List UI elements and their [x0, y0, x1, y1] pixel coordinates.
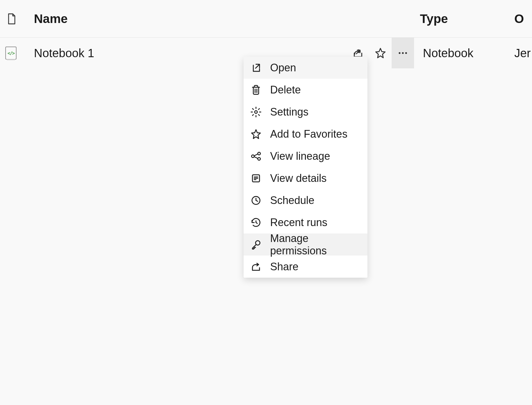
menu-label-share: Share [270, 261, 298, 273]
menu-item-share[interactable]: Share [244, 256, 367, 278]
context-menu: Open Delete Settings Add to Favorites [244, 57, 367, 278]
column-header-type[interactable]: Type [414, 12, 514, 26]
svg-point-4 [252, 155, 254, 157]
clock-icon [250, 195, 262, 206]
menu-label-lineage: View lineage [270, 150, 330, 162]
menu-label-favorites: Add to Favorites [270, 128, 347, 140]
column-header-name[interactable]: Name [34, 12, 414, 26]
svg-point-0 [399, 52, 400, 54]
menu-item-recent-runs[interactable]: Recent runs [244, 211, 367, 233]
history-icon [250, 217, 262, 228]
menu-label-details: View details [270, 172, 326, 185]
svg-point-2 [405, 52, 407, 54]
menu-label-recent-runs: Recent runs [270, 216, 327, 229]
svg-point-1 [402, 52, 404, 54]
menu-item-permissions[interactable]: Manage permissions [244, 233, 367, 256]
menu-item-schedule[interactable]: Schedule [244, 189, 367, 211]
menu-label-permissions: Manage permissions [270, 232, 361, 257]
star-icon [375, 47, 386, 59]
document-icon [6, 13, 17, 25]
menu-item-settings[interactable]: Settings [244, 101, 367, 123]
menu-label-schedule: Schedule [270, 194, 314, 207]
favorite-button[interactable] [369, 38, 392, 68]
menu-item-open[interactable]: Open [244, 57, 367, 79]
share-icon [250, 261, 262, 273]
menu-label-delete: Delete [270, 84, 301, 96]
key-icon [250, 239, 262, 251]
trash-icon [250, 84, 262, 96]
menu-item-delete[interactable]: Delete [244, 79, 367, 101]
svg-point-6 [258, 157, 260, 160]
menu-item-details[interactable]: View details [244, 167, 367, 189]
row-icon-column [0, 47, 34, 60]
column-header-owner[interactable]: O [514, 12, 532, 26]
row-type: Notebook [414, 47, 514, 60]
row-owner: Jer [514, 47, 532, 60]
svg-point-5 [258, 152, 260, 155]
menu-label-open: Open [270, 62, 296, 74]
header-icon-column [0, 13, 34, 25]
menu-item-lineage[interactable]: View lineage [244, 145, 367, 167]
menu-item-favorites[interactable]: Add to Favorites [244, 123, 367, 145]
lineage-icon [250, 150, 262, 162]
menu-label-settings: Settings [270, 106, 308, 118]
gear-icon [250, 106, 262, 118]
ellipsis-icon [398, 52, 407, 54]
svg-point-3 [255, 111, 257, 113]
notebook-icon [5, 47, 17, 60]
more-options-button[interactable] [392, 38, 414, 68]
table-header: Name Type O [0, 0, 532, 38]
open-external-icon [250, 62, 262, 74]
details-icon [250, 172, 262, 184]
star-icon [250, 128, 262, 140]
